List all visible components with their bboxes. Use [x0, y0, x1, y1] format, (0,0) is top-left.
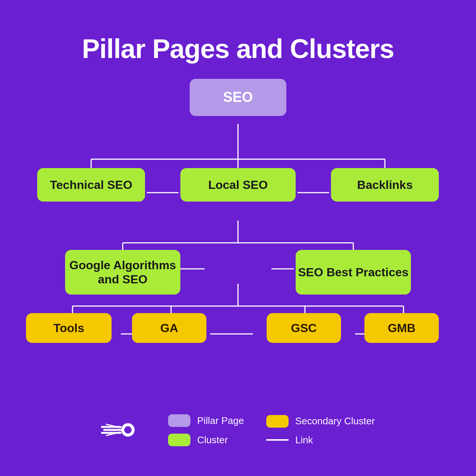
node-gmb: GMB: [364, 313, 439, 343]
diagram: SEO Technical SEO Local SEO Backlinks Go…: [33, 79, 443, 399]
node-tools: Tools: [26, 313, 112, 343]
link-label: Link: [295, 434, 313, 446]
main-container: Pillar Pages and Clusters: [19, 19, 457, 457]
pillar-label: Pillar Page: [197, 415, 244, 427]
legend-pillar: Pillar Page: [168, 414, 244, 427]
legend-left: Pillar Page Cluster: [168, 414, 244, 446]
secondary-label: Secondary Cluster: [295, 415, 375, 427]
node-google-algorithms: Google Algorithms and SEO: [65, 250, 180, 295]
legend-cluster: Cluster: [168, 434, 244, 446]
legend-secondary: Secondary Cluster: [266, 415, 375, 428]
node-local-seo: Local SEO: [180, 168, 296, 202]
node-seo-best-practices: SEO Best Practices: [296, 250, 411, 295]
page-title: Pillar Pages and Clusters: [82, 33, 394, 64]
cluster-label: Cluster: [197, 434, 228, 446]
node-seo: SEO: [190, 79, 286, 116]
link-line-swatch: [266, 439, 289, 441]
cluster-swatch: [168, 434, 190, 446]
legend-right: Secondary Cluster Link: [266, 415, 375, 446]
node-ga: GA: [132, 313, 206, 343]
legend-link: Link: [266, 434, 375, 446]
legend: Pillar Page Cluster Secondary Cluster Li…: [33, 411, 443, 446]
nodes-layer: SEO Technical SEO Local SEO Backlinks Go…: [33, 79, 443, 399]
logo: [101, 419, 138, 441]
pillar-swatch: [168, 414, 190, 427]
svg-point-23: [124, 426, 132, 434]
logo-icon: [101, 419, 138, 440]
node-technical-seo: Technical SEO: [37, 168, 145, 202]
node-gsc: GSC: [267, 313, 341, 343]
node-backlinks: Backlinks: [331, 168, 439, 202]
secondary-swatch: [266, 415, 289, 428]
